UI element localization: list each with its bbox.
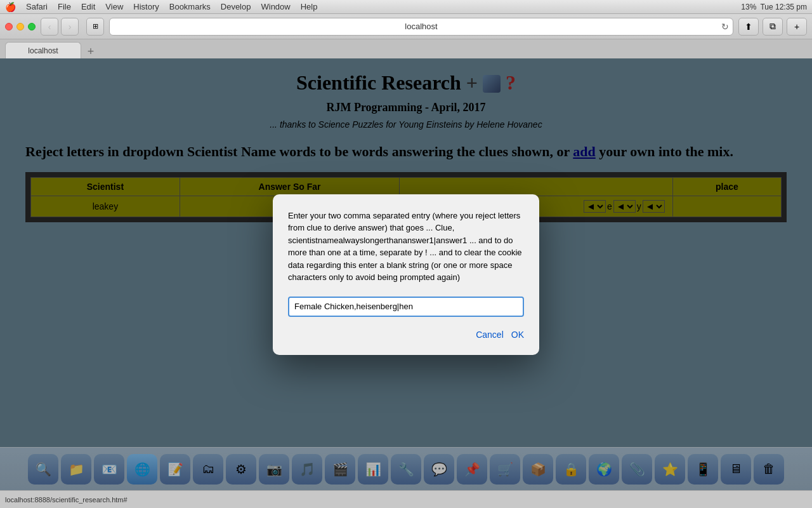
- close-button[interactable]: [5, 23, 13, 30]
- modal-overlay: Enter your two comma separated entry (wh…: [0, 58, 812, 490]
- reader-button[interactable]: ⊞: [86, 18, 104, 36]
- toolbar-actions: ⬆ ⧉ +: [738, 18, 807, 36]
- url-bar[interactable]: localhost ↻: [109, 18, 733, 36]
- ok-button[interactable]: OK: [511, 330, 524, 340]
- minimize-button[interactable]: [16, 23, 24, 30]
- status-url: localhost:8888/scientific_research.htm#: [5, 496, 128, 504]
- add-tab-button[interactable]: +: [84, 44, 98, 58]
- sidebar-toggle[interactable]: +: [787, 18, 807, 36]
- clock: Tue 12:35 pm: [760, 3, 807, 11]
- nav-buttons: ‹ ›: [41, 18, 79, 36]
- active-tab[interactable]: localhost: [5, 42, 81, 58]
- menu-help[interactable]: Help: [301, 2, 318, 11]
- menu-file[interactable]: File: [58, 2, 71, 11]
- menu-safari[interactable]: Safari: [26, 2, 48, 11]
- modal-input[interactable]: [288, 297, 524, 317]
- menu-edit[interactable]: Edit: [81, 2, 95, 11]
- menu-bookmarks[interactable]: Bookmarks: [169, 2, 211, 11]
- battery-status: 13%: [741, 3, 756, 11]
- refresh-button[interactable]: ↻: [721, 22, 729, 32]
- browser-toolbar: ‹ › ⊞ localhost ↻ ⬆ ⧉ +: [0, 14, 812, 39]
- status-bar: localhost:8888/scientific_research.htm#: [0, 490, 812, 508]
- forward-button[interactable]: ›: [61, 18, 79, 36]
- modal-dialog: Enter your two comma separated entry (wh…: [273, 194, 539, 355]
- menu-window[interactable]: Window: [261, 2, 290, 11]
- maximize-button[interactable]: [28, 23, 36, 30]
- new-tab-button[interactable]: ⧉: [763, 18, 783, 36]
- modal-buttons: Cancel OK: [288, 330, 524, 340]
- tab-bar: localhost +: [0, 39, 812, 58]
- menu-history[interactable]: History: [133, 2, 159, 11]
- titlebar-right: 13% Tue 12:35 pm: [741, 0, 807, 14]
- back-button[interactable]: ‹: [41, 18, 58, 36]
- url-text: localhost: [405, 22, 437, 31]
- menu-bar: Safari File Edit View History Bookmarks …: [26, 2, 317, 11]
- menu-view[interactable]: View: [105, 2, 123, 11]
- apple-menu-icon[interactable]: 🍎: [5, 2, 16, 12]
- traffic-lights: [5, 23, 36, 30]
- page-content: Scientific Research + ? RJM Programming …: [0, 58, 812, 490]
- titlebar: 🍎 Safari File Edit View History Bookmark…: [0, 0, 812, 14]
- menu-develop[interactable]: Develop: [221, 2, 251, 11]
- tab-title: localhost: [28, 46, 58, 55]
- share-button[interactable]: ⬆: [738, 18, 759, 36]
- modal-message: Enter your two comma separated entry (wh…: [288, 210, 524, 284]
- cancel-button[interactable]: Cancel: [476, 330, 504, 340]
